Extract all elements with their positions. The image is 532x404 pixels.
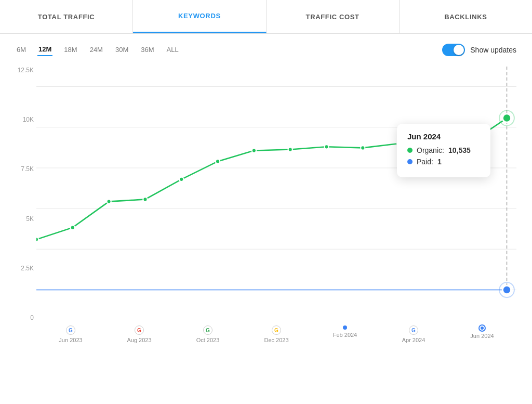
y-label-10000: 10K — [23, 116, 34, 123]
google-icon-jun2023: G — [66, 325, 75, 335]
x-label-apr2024: G Apr 2024 — [379, 325, 448, 343]
y-label-7500: 7.5K — [21, 165, 34, 173]
chart-point — [288, 147, 292, 151]
tab-backlinks[interactable]: BACKLINKS — [400, 0, 532, 33]
tooltip-organic-label: Organic: — [417, 146, 444, 154]
x-axis: G Jun 2023 G Aug 2023 G Oct 2023 G Dec 2… — [36, 321, 516, 358]
time-filter-all[interactable]: ALL — [166, 44, 180, 56]
chart-svg — [36, 67, 516, 321]
dot-jun2024 — [480, 325, 485, 331]
x-label-jun2024: Jun 2024 — [448, 325, 516, 339]
time-filter-6m[interactable]: 6M — [16, 44, 27, 56]
chart-point — [361, 146, 365, 150]
tab-keywords[interactable]: KEYWORDS — [133, 0, 266, 33]
controls-bar: 6M 12M 18M 24M 30M 36M ALL Show updates — [0, 34, 532, 61]
google-icon-apr2024: G — [409, 325, 418, 335]
show-updates-control: Show updates — [442, 44, 516, 56]
time-filters: 6M 12M 18M 24M 30M 36M ALL — [16, 43, 180, 56]
show-updates-toggle[interactable] — [442, 44, 465, 56]
tooltip: Jun 2024 Organic: 10,535 Paid: 1 — [397, 124, 490, 177]
tooltip-paid-label: Paid: — [417, 158, 433, 166]
time-filter-24m[interactable]: 24M — [89, 44, 104, 56]
chart-point — [252, 148, 256, 152]
google-icon-aug2023: G — [135, 325, 144, 335]
chart-point — [324, 145, 328, 149]
chart-point-active — [502, 114, 511, 123]
paid-point-active — [502, 285, 511, 294]
tabs-bar: TOTAL TRAFFIC KEYWORDS TRAFFIC COST BACK… — [0, 0, 532, 34]
y-label-12500: 12.5K — [18, 67, 34, 74]
chart-point — [36, 237, 38, 241]
tab-total-traffic[interactable]: TOTAL TRAFFIC — [0, 0, 133, 33]
tooltip-organic-row: Organic: 10,535 — [407, 146, 480, 154]
x-label-feb2024: Feb 2024 — [311, 325, 379, 338]
chart-point — [143, 197, 147, 201]
google-icon-dec2023: G — [272, 325, 281, 335]
google-icon-oct2023: G — [203, 325, 212, 335]
time-filter-18m[interactable]: 18M — [63, 44, 78, 56]
x-label-oct2023: G Oct 2023 — [174, 325, 242, 343]
tooltip-organic-value: 10,535 — [448, 146, 471, 154]
y-axis: 12.5K 10K 7.5K 5K 2.5K 0 — [5, 67, 34, 321]
tooltip-paid-value: 1 — [437, 158, 442, 166]
paid-dot — [407, 159, 413, 164]
organic-dot — [407, 148, 413, 153]
y-label-2500: 2.5K — [21, 265, 34, 272]
chart-point — [107, 199, 111, 203]
time-filter-30m[interactable]: 30M — [114, 44, 129, 56]
chart-point — [71, 225, 75, 229]
show-updates-label: Show updates — [470, 46, 516, 54]
y-label-5000: 5K — [26, 215, 34, 223]
tooltip-paid-row: Paid: 1 — [407, 158, 480, 166]
x-label-dec2023: G Dec 2023 — [242, 325, 311, 343]
chart-point — [179, 177, 183, 181]
time-filter-36m[interactable]: 36M — [140, 44, 155, 56]
tooltip-date: Jun 2024 — [407, 132, 480, 141]
time-filter-12m[interactable]: 12M — [37, 43, 52, 56]
x-label-aug2023: G Aug 2023 — [105, 325, 174, 343]
chart-point — [216, 159, 220, 163]
y-label-0: 0 — [30, 314, 34, 321]
chart-area: 12.5K 10K 7.5K 5K 2.5K 0 — [0, 61, 532, 363]
x-label-jun2023: G Jun 2023 — [36, 325, 105, 343]
tab-traffic-cost[interactable]: TRAFFIC COST — [267, 0, 400, 33]
chart-svg-container — [36, 67, 516, 321]
dot-feb2024 — [343, 325, 347, 330]
